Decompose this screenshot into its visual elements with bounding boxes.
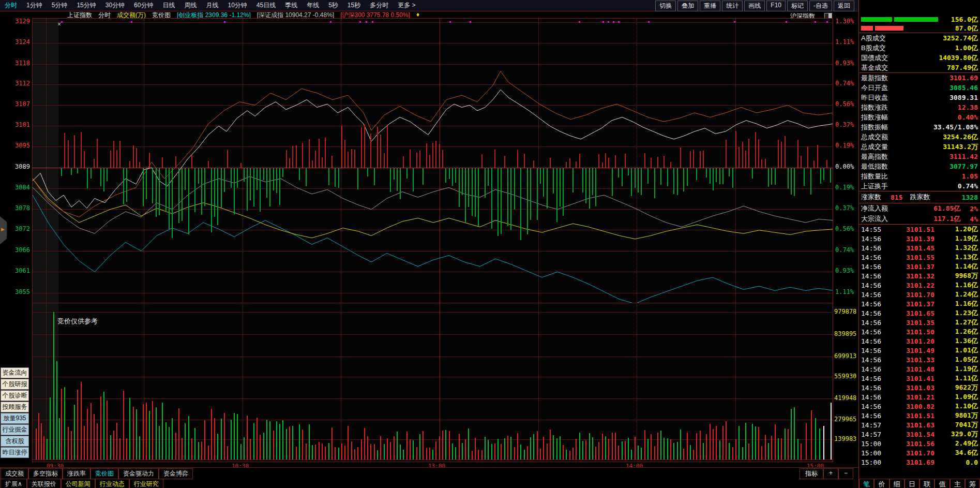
period-tab-8[interactable]: 月线 bbox=[201, 0, 223, 11]
period-tab-15[interactable]: 多分时 bbox=[365, 0, 393, 11]
tick-amount: 9622万 bbox=[934, 383, 978, 392]
volume-bar bbox=[191, 438, 192, 460]
period-tab-0[interactable]: 分时 bbox=[0, 0, 22, 11]
toolbar-button-8[interactable]: 返回 bbox=[834, 1, 854, 11]
volume-bar bbox=[612, 433, 613, 460]
close-icon[interactable]: × bbox=[57, 22, 61, 27]
period-tab-6[interactable]: 日线 bbox=[158, 0, 179, 11]
drawer-handle[interactable]: ▶ bbox=[0, 216, 7, 244]
zoom-out-button[interactable]: − bbox=[838, 468, 853, 479]
panel-tab-7[interactable]: 筹 bbox=[965, 479, 980, 488]
flow-value: 61.85亿 bbox=[933, 204, 960, 213]
period-tab-11[interactable]: 季线 bbox=[280, 0, 302, 11]
bottom-tab-4[interactable]: 资金驱动力 bbox=[118, 468, 159, 479]
tick-row: 14:563101.501.26亿 bbox=[859, 327, 980, 336]
toolbar-button-5[interactable]: F10 bbox=[766, 1, 786, 11]
period-tab-16[interactable]: 更多 > bbox=[393, 0, 420, 11]
volume-bar bbox=[638, 446, 639, 460]
volume-bar bbox=[533, 434, 534, 460]
info-tab-4[interactable]: 行业研究 bbox=[129, 479, 163, 488]
chart-bottom-line bbox=[33, 460, 833, 460]
side-button-1[interactable]: 个股研报 bbox=[1, 379, 29, 390]
bottom-tab-3[interactable]: 竞价图 bbox=[91, 468, 118, 479]
flow-bar bbox=[608, 158, 609, 168]
stat-value: 0.40% bbox=[958, 113, 978, 121]
volume-bar bbox=[635, 437, 636, 460]
toolbar-button-6[interactable]: 标记 bbox=[787, 1, 808, 11]
toolbar-button-1[interactable]: 叠加 bbox=[677, 1, 698, 11]
period-tab-7[interactable]: 周线 bbox=[179, 0, 201, 11]
flow-bar bbox=[569, 158, 570, 168]
volume-bar bbox=[761, 446, 762, 460]
tick-amount: 1.13亿 bbox=[934, 253, 978, 262]
flow-bar bbox=[201, 168, 202, 215]
flow-bar bbox=[673, 168, 674, 194]
period-tab-3[interactable]: 15分钟 bbox=[72, 0, 100, 11]
bottom-tab-2[interactable]: 涨跌率 bbox=[63, 468, 91, 479]
period-tab-1[interactable]: 1分钟 bbox=[22, 0, 47, 11]
flow-bar bbox=[618, 168, 619, 178]
period-tab-4[interactable]: 30分钟 bbox=[101, 0, 129, 11]
period-tab-5[interactable]: 60分钟 bbox=[129, 0, 158, 11]
panel-tab-1[interactable]: 价 bbox=[874, 479, 889, 488]
panel-tab-2[interactable]: 细 bbox=[889, 479, 904, 488]
period-tab-12[interactable]: 年线 bbox=[302, 0, 324, 11]
stat-row: 昨日收盘3089.31 bbox=[859, 93, 980, 102]
tick-price: 3101.51 bbox=[888, 412, 934, 420]
info-tab-0[interactable]: 扩展∧ bbox=[1, 479, 27, 488]
flow-bar bbox=[152, 168, 153, 203]
toolbar-button-7[interactable]: -自选 bbox=[809, 1, 832, 11]
period-tab-13[interactable]: 5秒 bbox=[324, 0, 343, 11]
side-button-2[interactable]: 个股诊断 bbox=[1, 390, 29, 401]
period-tab-10[interactable]: 45日线 bbox=[252, 0, 280, 11]
auction-notice: 竞价仅供参考 bbox=[57, 317, 98, 326]
volume-bar bbox=[91, 403, 92, 460]
tick-row: 14:563101.201.36亿 bbox=[859, 336, 980, 346]
info-tab-3[interactable]: 行业动态 bbox=[95, 479, 129, 488]
flow-bar bbox=[537, 168, 538, 220]
volume-bar bbox=[338, 448, 339, 460]
volume-bar bbox=[579, 433, 580, 460]
flow-bar bbox=[612, 168, 613, 196]
toolbar-button-0[interactable]: 切换 bbox=[655, 1, 676, 11]
zoom-in-button[interactable]: + bbox=[823, 468, 838, 479]
info-tab-1[interactable]: 关联报价 bbox=[27, 479, 61, 488]
toolbar-button-4[interactable]: 画线 bbox=[744, 1, 765, 11]
flow-bar bbox=[605, 153, 606, 168]
bottom-tab-0[interactable]: 成交额 bbox=[1, 468, 28, 479]
tick-price: 3101.56 bbox=[888, 440, 934, 448]
info-tab-2[interactable]: 公司新闻 bbox=[61, 479, 95, 488]
panel-tab-5[interactable]: 值 bbox=[934, 479, 949, 488]
side-button-6[interactable]: 含权股 bbox=[1, 436, 29, 447]
period-tab-14[interactable]: 15秒 bbox=[343, 0, 365, 11]
toolbar-button-2[interactable]: 重播 bbox=[700, 1, 720, 11]
flow-bar bbox=[797, 140, 798, 168]
panel-tab-3[interactable]: 日 bbox=[904, 479, 919, 488]
panel-tab-6[interactable]: 主 bbox=[950, 479, 965, 488]
side-button-4[interactable]: 放量935 bbox=[1, 413, 29, 424]
volume-bar bbox=[510, 437, 511, 460]
period-tab-9[interactable]: 10分钟 bbox=[223, 0, 251, 11]
volume-bar bbox=[152, 401, 153, 460]
bottom-tab-5[interactable]: 资金博弈 bbox=[159, 468, 193, 479]
side-button-0[interactable]: 资金流向 bbox=[1, 367, 29, 378]
period-tab-2[interactable]: 5分钟 bbox=[47, 0, 72, 11]
bottom-tab-1[interactable]: 多空指标 bbox=[28, 468, 63, 479]
flow-bar bbox=[116, 150, 117, 168]
volume-bar bbox=[726, 421, 727, 460]
panel-tab-0[interactable]: 笔 bbox=[859, 479, 874, 488]
volume-bar bbox=[713, 429, 714, 460]
indicator-button[interactable]: 指标 bbox=[800, 468, 823, 479]
tick-time: 14:56 bbox=[861, 337, 888, 345]
side-button-5[interactable]: 行业掘金 bbox=[1, 424, 29, 435]
flow-bar bbox=[459, 168, 460, 207]
intraday-chart[interactable]: × 竞价仅供参考 bbox=[32, 18, 833, 462]
toolbar-button-3[interactable]: 统计 bbox=[722, 1, 743, 11]
side-button-7[interactable]: 昨日涨停 bbox=[1, 447, 29, 458]
stat-value: 31143.2万 bbox=[943, 142, 978, 152]
flow-bar bbox=[266, 168, 267, 198]
side-button-3[interactable]: 投顾服务 bbox=[1, 402, 29, 412]
panel-tab-4[interactable]: 联 bbox=[919, 479, 934, 488]
flow-bar bbox=[406, 168, 408, 179]
volume-bar bbox=[68, 427, 69, 460]
